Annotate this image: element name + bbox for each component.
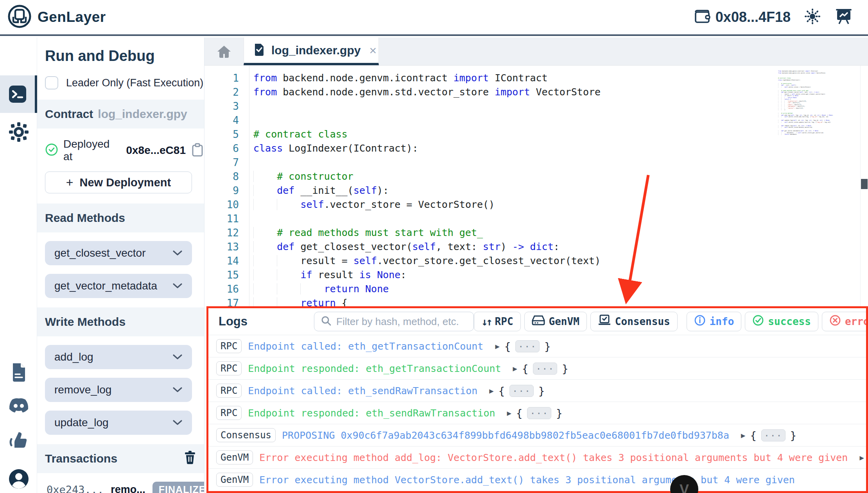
log-row: GenVM Error executing method add_log: Ve… — [208, 446, 866, 468]
filter-genvm-button[interactable]: GenVM — [524, 312, 587, 331]
panel-title: Run and Debug — [37, 38, 204, 64]
logs-panel: Logs ↓↑ RPC — [206, 306, 868, 493]
collapsed-json-dots[interactable]: ... — [533, 363, 557, 375]
deployed-check-icon — [45, 143, 58, 158]
log-message: Endpoint responded: eth_sendRawTransacti… — [248, 407, 495, 419]
tab-close-icon[interactable]: × — [369, 44, 377, 57]
transaction-row[interactable]: 0xe243... remo... FINALIZED — [37, 473, 204, 493]
collapsed-json-dots[interactable]: ... — [515, 340, 540, 352]
contract-section-header: Contract log_indexer.gpy — [37, 100, 204, 129]
filter-error-button[interactable]: error — [822, 312, 868, 331]
log-expander[interactable]: ▶ { ... } — [741, 429, 796, 441]
chevron-down-icon — [172, 283, 183, 289]
rail-docs-icon[interactable] — [0, 361, 37, 384]
log-expander[interactable]: ▶ { ... } — [513, 363, 569, 375]
home-tab[interactable] — [204, 38, 244, 65]
brand-name: GenLayer — [38, 9, 106, 25]
rail-discord-icon[interactable] — [0, 394, 37, 417]
expand-triangle-icon: ▶ — [859, 453, 864, 462]
leader-only-label: Leader Only (Fast Execution) — [66, 77, 203, 89]
scrollbar-thumb[interactable] — [861, 179, 868, 189]
logs-filter-searchbox[interactable] — [314, 312, 474, 331]
expand-triangle-icon: ▶ — [507, 409, 511, 417]
tx-hash: 0xe243... — [47, 484, 104, 493]
filter-rpc-button[interactable]: ↓↑ RPC — [474, 312, 520, 331]
log-message: Error executing method add_log: VectorSt… — [259, 452, 848, 463]
chevron-down-icon — [172, 250, 183, 256]
write-methods-header: Write Methods — [37, 307, 204, 336]
wallet-icon — [694, 9, 711, 26]
file-check-icon — [253, 43, 265, 58]
collapsed-json-dots[interactable]: ... — [761, 429, 786, 441]
collapsed-json-dots[interactable]: ... — [509, 385, 534, 397]
icon-rail — [0, 38, 37, 493]
editor-tabbar: log_indexer.gpy × — [204, 38, 868, 66]
search-icon — [321, 315, 332, 328]
monitor-check-icon — [598, 314, 611, 329]
log-row: Consensus PROPOSING 0x90c6f7a9ab2043c634… — [208, 424, 866, 446]
log-row: RPC Endpoint called: eth_getTransactionC… — [208, 335, 866, 357]
wallet-address: 0x08...4F18 — [716, 9, 791, 25]
log-row: GenVM Error executing method VectorStore… — [208, 468, 866, 491]
theme-toggle-sun-icon[interactable] — [804, 8, 821, 27]
log-message: Endpoint called: eth_sendRawTransaction — [248, 385, 477, 397]
leader-only-checkbox[interactable] — [45, 76, 58, 89]
log-row: RPC Endpoint responded: eth_sendRawTrans… — [208, 402, 866, 424]
log-row: RPC Endpoint responded: eth_getTransacti… — [208, 357, 866, 379]
active-file-tab[interactable]: log_indexer.gpy × — [244, 38, 379, 65]
log-expander[interactable]: ▶ { ... } — [495, 340, 551, 352]
read-methods-header: Read Methods — [37, 204, 204, 232]
log-source-badge: RPC — [216, 406, 242, 420]
log-message: PROPOSING 0x90c6f7a9ab2043c634f899bbfd64… — [282, 430, 729, 441]
log-message: Endpoint responded: eth_getTransactionCo… — [248, 363, 501, 374]
plus-icon: + — [66, 175, 74, 190]
filter-consensus-button[interactable]: Consensus — [590, 312, 678, 331]
log-expander[interactable]: ▶ { ... } — [489, 385, 545, 397]
chevron-down-icon — [172, 354, 183, 360]
read-method-get_vector_metadata[interactable]: get_vector_metadata — [45, 274, 192, 298]
brand[interactable]: GenLayer — [7, 4, 106, 30]
log-source-badge: RPC — [216, 339, 242, 353]
write-method-add_log[interactable]: add_log — [45, 345, 192, 369]
tx-method: remo... — [111, 484, 145, 493]
log-message: Error executing method VectorStore.add_t… — [259, 474, 795, 486]
genlayer-logo-icon — [7, 4, 32, 30]
updown-arrows-icon: ↓↑ — [481, 316, 491, 328]
log-message: Endpoint called: eth_getTransactionCount — [248, 341, 483, 352]
logs-title: Logs — [219, 314, 247, 329]
stats-board-icon[interactable] — [834, 7, 853, 27]
rail-run-debug-active[interactable] — [0, 75, 37, 113]
chevron-down-icon — [172, 387, 183, 393]
check-circle-icon — [752, 314, 764, 329]
chevron-down-icon — [172, 420, 183, 426]
log-expander[interactable]: ▶ { ... } — [507, 407, 563, 419]
log-expander[interactable]: ▶ { ... } — [859, 452, 868, 464]
contract-file-name: log_indexer.gpy — [98, 107, 187, 121]
logs-header: Logs ↓↑ RPC — [208, 308, 866, 335]
filter-info-button[interactable]: info — [687, 312, 742, 331]
new-deployment-button[interactable]: + New Deployment — [45, 171, 192, 193]
write-method-update_log[interactable]: update_log — [45, 411, 192, 435]
vue-logo-glyph: V — [680, 482, 689, 493]
tab-file-name: log_indexer.gpy — [271, 44, 360, 57]
rail-feedback-thumbsup-icon[interactable] — [0, 428, 37, 452]
write-method-remove_log[interactable]: remove_log — [45, 378, 192, 402]
rail-settings-gear-icon[interactable] — [0, 120, 37, 144]
log-source-badge: GenVM — [216, 473, 253, 487]
run-and-debug-panel: Run and Debug Leader Only (Fast Executio… — [37, 38, 204, 493]
expand-triangle-icon: ▶ — [495, 342, 499, 350]
wallet-address-button[interactable]: 0x08...4F18 — [694, 9, 791, 26]
filter-success-button[interactable]: success — [745, 312, 818, 331]
clear-transactions-trash-icon[interactable] — [184, 450, 196, 467]
log-source-badge: Consensus — [216, 428, 276, 442]
home-icon — [216, 45, 232, 59]
rail-account-avatar-icon[interactable] — [0, 466, 37, 491]
collapsed-json-dots[interactable]: ... — [527, 407, 551, 419]
log-source-badge: RPC — [216, 384, 242, 398]
read-method-get_closest_vector[interactable]: get_closest_vector — [45, 241, 192, 265]
expand-triangle-icon: ▶ — [741, 431, 745, 439]
copy-address-icon[interactable] — [191, 142, 204, 159]
expand-triangle-icon: ▶ — [489, 386, 493, 395]
logs-filter-input[interactable] — [336, 316, 467, 328]
x-circle-icon — [829, 314, 841, 329]
